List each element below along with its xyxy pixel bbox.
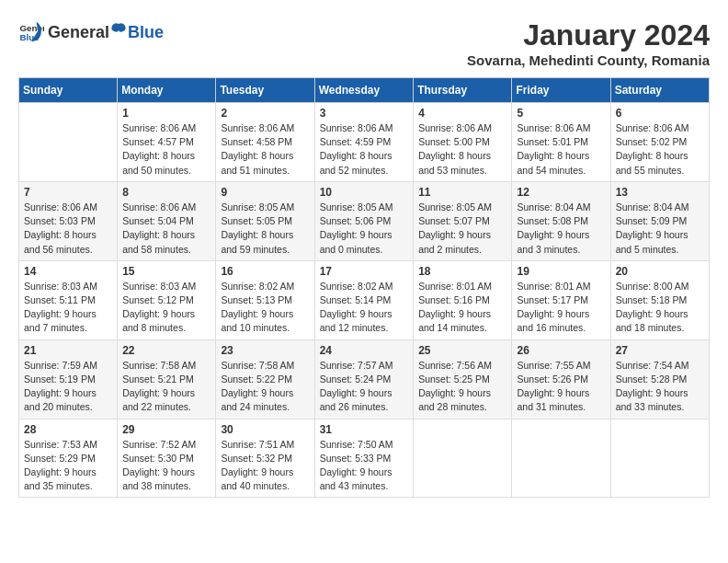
weekday-header-friday: Friday (512, 78, 610, 103)
weekday-header-tuesday: Tuesday (216, 78, 314, 103)
logo-blue-text: Blue (128, 23, 164, 42)
calendar-cell (414, 419, 512, 498)
day-number: 18 (418, 265, 506, 278)
day-number: 4 (418, 107, 506, 120)
day-info: Sunrise: 8:06 AMSunset: 5:03 PMDaylight:… (24, 201, 112, 257)
day-number: 12 (517, 186, 605, 199)
weekday-header-monday: Monday (118, 78, 216, 103)
day-info: Sunrise: 8:00 AMSunset: 5:18 PMDaylight:… (616, 280, 704, 336)
day-info: Sunrise: 7:55 AMSunset: 5:26 PMDaylight:… (517, 359, 605, 415)
svg-text:Blue: Blue (19, 32, 40, 42)
calendar-cell: 3Sunrise: 8:06 AMSunset: 4:59 PMDaylight… (314, 103, 414, 182)
calendar-cell: 25Sunrise: 7:56 AMSunset: 5:25 PMDayligh… (414, 339, 512, 419)
day-info: Sunrise: 8:04 AMSunset: 5:08 PMDaylight:… (517, 201, 605, 257)
weekday-header-thursday: Thursday (414, 78, 512, 103)
day-info: Sunrise: 8:06 AMSunset: 4:59 PMDaylight:… (320, 121, 409, 178)
day-number: 3 (320, 107, 409, 120)
day-info: Sunrise: 7:58 AMSunset: 5:21 PMDaylight:… (122, 359, 210, 415)
day-number: 24 (320, 344, 409, 357)
calendar-week-row: 7Sunrise: 8:06 AMSunset: 5:03 PMDaylight… (19, 181, 710, 260)
calendar-cell: 17Sunrise: 8:02 AMSunset: 5:14 PMDayligh… (314, 260, 414, 339)
weekday-header-sunday: Sunday (19, 78, 118, 103)
day-info: Sunrise: 8:02 AMSunset: 5:13 PMDaylight:… (221, 280, 309, 336)
day-info: Sunrise: 8:06 AMSunset: 5:00 PMDaylight:… (418, 121, 506, 178)
day-number: 16 (221, 265, 309, 278)
calendar-cell: 22Sunrise: 7:58 AMSunset: 5:21 PMDayligh… (118, 339, 216, 419)
calendar-week-row: 14Sunrise: 8:03 AMSunset: 5:11 PMDayligh… (19, 260, 710, 339)
weekday-header-wednesday: Wednesday (314, 78, 414, 103)
day-info: Sunrise: 8:03 AMSunset: 5:11 PMDaylight:… (24, 280, 112, 336)
calendar-week-row: 1Sunrise: 8:06 AMSunset: 4:57 PMDaylight… (19, 103, 710, 182)
day-info: Sunrise: 8:01 AMSunset: 5:17 PMDaylight:… (517, 280, 605, 336)
day-info: Sunrise: 8:05 AMSunset: 5:07 PMDaylight:… (418, 201, 506, 257)
day-info: Sunrise: 7:53 AMSunset: 5:29 PMDaylight:… (24, 438, 112, 494)
calendar-cell: 2Sunrise: 8:06 AMSunset: 4:58 PMDaylight… (216, 103, 314, 182)
day-info: Sunrise: 7:57 AMSunset: 5:24 PMDaylight:… (320, 359, 409, 415)
calendar-cell: 31Sunrise: 7:50 AMSunset: 5:33 PMDayligh… (314, 419, 414, 498)
calendar-cell: 20Sunrise: 8:00 AMSunset: 5:18 PMDayligh… (610, 260, 709, 339)
day-number: 25 (418, 344, 506, 357)
day-info: Sunrise: 7:51 AMSunset: 5:32 PMDaylight:… (221, 438, 309, 494)
day-number: 13 (616, 186, 704, 199)
calendar-cell: 1Sunrise: 8:06 AMSunset: 4:57 PMDaylight… (118, 103, 216, 182)
day-number: 5 (517, 107, 605, 120)
calendar-cell: 9Sunrise: 8:05 AMSunset: 5:05 PMDaylight… (216, 181, 314, 260)
calendar-cell: 7Sunrise: 8:06 AMSunset: 5:03 PMDaylight… (19, 181, 118, 260)
day-info: Sunrise: 8:05 AMSunset: 5:06 PMDaylight:… (320, 201, 409, 257)
calendar-cell: 26Sunrise: 7:55 AMSunset: 5:26 PMDayligh… (512, 339, 610, 419)
page-header: General Blue General Blue January 2024 S… (18, 18, 710, 68)
day-info: Sunrise: 8:06 AMSunset: 4:58 PMDaylight:… (221, 121, 309, 178)
day-number: 30 (221, 423, 309, 436)
day-info: Sunrise: 7:52 AMSunset: 5:30 PMDaylight:… (122, 438, 210, 494)
calendar-week-row: 21Sunrise: 7:59 AMSunset: 5:19 PMDayligh… (19, 339, 710, 419)
day-number: 20 (616, 265, 704, 278)
day-number: 10 (320, 186, 409, 199)
day-info: Sunrise: 8:04 AMSunset: 5:09 PMDaylight:… (616, 201, 704, 257)
calendar-cell: 10Sunrise: 8:05 AMSunset: 5:06 PMDayligh… (314, 181, 414, 260)
calendar-cell: 29Sunrise: 7:52 AMSunset: 5:30 PMDayligh… (118, 419, 216, 498)
logo: General Blue General Blue (18, 18, 164, 44)
day-number: 17 (320, 265, 409, 278)
calendar-cell: 30Sunrise: 7:51 AMSunset: 5:32 PMDayligh… (216, 419, 314, 498)
day-number: 14 (24, 265, 112, 278)
day-number: 11 (418, 186, 506, 199)
calendar-cell: 28Sunrise: 7:53 AMSunset: 5:29 PMDayligh… (19, 419, 118, 498)
day-number: 9 (221, 186, 309, 199)
day-info: Sunrise: 7:59 AMSunset: 5:19 PMDaylight:… (24, 359, 112, 415)
day-number: 26 (517, 344, 605, 357)
logo-general-text: General (48, 23, 109, 42)
day-number: 1 (122, 107, 210, 120)
day-number: 6 (616, 107, 704, 120)
calendar-cell: 13Sunrise: 8:04 AMSunset: 5:09 PMDayligh… (610, 181, 709, 260)
calendar-cell: 21Sunrise: 7:59 AMSunset: 5:19 PMDayligh… (19, 339, 118, 419)
day-number: 2 (221, 107, 309, 120)
calendar-cell: 8Sunrise: 8:06 AMSunset: 5:04 PMDaylight… (118, 181, 216, 260)
calendar-week-row: 28Sunrise: 7:53 AMSunset: 5:29 PMDayligh… (19, 419, 710, 498)
calendar-cell: 18Sunrise: 8:01 AMSunset: 5:16 PMDayligh… (414, 260, 512, 339)
day-info: Sunrise: 8:06 AMSunset: 4:57 PMDaylight:… (122, 121, 210, 178)
calendar-cell: 27Sunrise: 7:54 AMSunset: 5:28 PMDayligh… (610, 339, 709, 419)
day-info: Sunrise: 7:50 AMSunset: 5:33 PMDaylight:… (320, 438, 409, 494)
calendar-cell: 12Sunrise: 8:04 AMSunset: 5:08 PMDayligh… (512, 181, 610, 260)
month-title: January 2024 (467, 18, 710, 52)
day-info: Sunrise: 7:58 AMSunset: 5:22 PMDaylight:… (221, 359, 309, 415)
day-info: Sunrise: 7:54 AMSunset: 5:28 PMDaylight:… (616, 359, 704, 415)
day-number: 15 (122, 265, 210, 278)
day-info: Sunrise: 8:06 AMSunset: 5:01 PMDaylight:… (517, 121, 605, 178)
calendar-cell: 24Sunrise: 7:57 AMSunset: 5:24 PMDayligh… (314, 339, 414, 419)
calendar-cell (610, 419, 709, 498)
day-info: Sunrise: 8:03 AMSunset: 5:12 PMDaylight:… (122, 280, 210, 336)
calendar-cell: 16Sunrise: 8:02 AMSunset: 5:13 PMDayligh… (216, 260, 314, 339)
day-number: 7 (24, 186, 112, 199)
day-number: 21 (24, 344, 112, 357)
title-block: January 2024 Sovarna, Mehedinti County, … (467, 18, 710, 68)
calendar-header-row: SundayMondayTuesdayWednesdayThursdayFrid… (19, 78, 710, 103)
calendar-cell: 15Sunrise: 8:03 AMSunset: 5:12 PMDayligh… (118, 260, 216, 339)
day-number: 31 (320, 423, 409, 436)
day-number: 29 (122, 423, 210, 436)
day-number: 22 (122, 344, 210, 357)
day-number: 27 (616, 344, 704, 357)
logo-bird-icon (110, 21, 127, 38)
day-number: 8 (122, 186, 210, 199)
day-info: Sunrise: 8:06 AMSunset: 5:02 PMDaylight:… (616, 121, 704, 178)
